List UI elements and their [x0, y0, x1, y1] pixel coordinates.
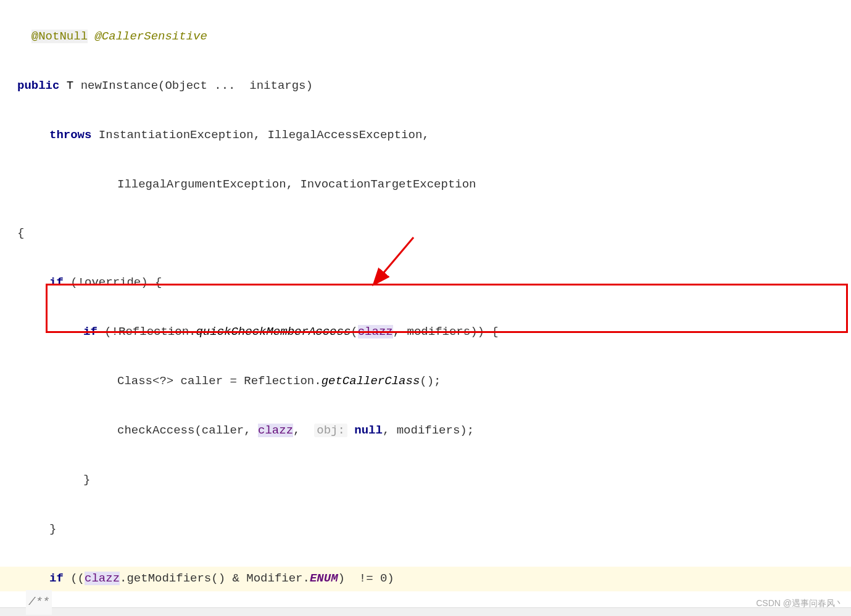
notnull-annotation: @NotNull	[31, 30, 88, 43]
callersensitive-annotation: @CallerSensitive	[94, 30, 207, 43]
throws-line1: throws InstantiationException, IllegalAc…	[0, 123, 851, 148]
throws-line2: IllegalArgumentException, InvocationTarg…	[0, 173, 851, 197]
open-brace: {	[0, 221, 851, 246]
method-signature: public T newInstance(Object ... initargs…	[0, 74, 851, 99]
caller-decl: Class<?> caller = Reflection.getCallerCl…	[0, 369, 851, 394]
checkaccess-call: checkAccess(caller, clazz, obj: null, mo…	[0, 419, 851, 443]
if-override: if (!override) {	[0, 271, 851, 295]
code-editor[interactable]: @NotNull @CallerSensitive public T newIn…	[0, 0, 851, 616]
param-hint-obj: obj:	[314, 424, 347, 437]
inner-close: }	[0, 468, 851, 493]
watermark: CSDN @遇事问春风丶	[756, 594, 844, 612]
override-close: }	[0, 517, 851, 542]
highlighted-if: if ((clazz.getModifiers() & Modifier.ENU…	[0, 567, 851, 591]
horizontal-scrollbar[interactable]	[0, 607, 851, 616]
if-reflection: if (!Reflection.quickCheckMemberAccess(c…	[0, 320, 851, 345]
annotation-line: @NotNull @CallerSensitive	[0, 25, 851, 49]
bottom-javadoc-start: /**	[26, 590, 52, 615]
